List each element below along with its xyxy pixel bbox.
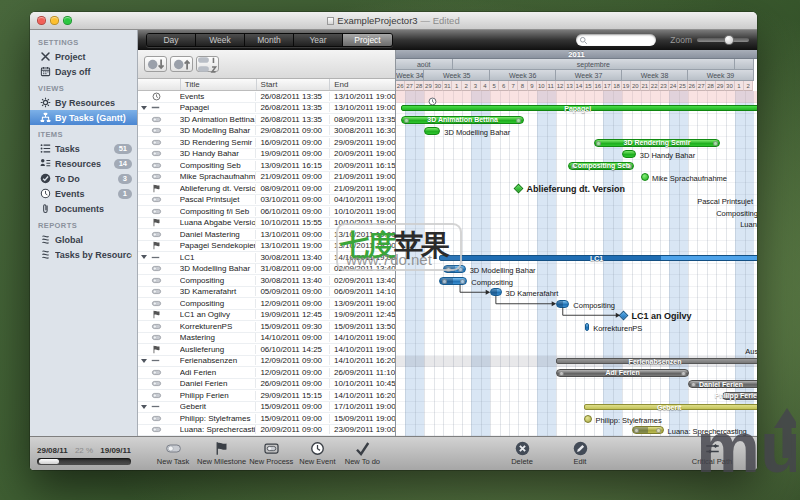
sidebar-item-by-resources[interactable]: By Resources xyxy=(30,95,137,110)
scale-tab-project[interactable]: Project xyxy=(343,34,392,46)
table-row-3d-modelling-bahar[interactable]: 3D Modelling Bahar29/08/2011 09:0030/08/… xyxy=(138,126,395,138)
task-start-cell: 29/09/2011 15:15 xyxy=(255,391,329,400)
sidebar-item-documents[interactable]: Documents xyxy=(30,201,137,216)
sort-descending-button[interactable] xyxy=(144,56,167,72)
table-row-geberit[interactable]: Geberit15/09/2011 09:0017/10/2011 19:00 xyxy=(138,402,395,414)
sidebar-item-project[interactable]: Project xyxy=(30,49,137,64)
new-milestone-button[interactable]: New Milestone xyxy=(197,441,246,466)
sidebar-item-global[interactable]: Global xyxy=(30,232,137,247)
table-row-adi-ferien[interactable]: Adi Ferien12/09/2011 09:0026/09/2011 11:… xyxy=(138,367,395,379)
gantt-day-cell: 1 xyxy=(452,81,461,91)
new-to-do-button[interactable]: New To do xyxy=(341,441,383,466)
row-icons xyxy=(138,414,180,423)
sidebar-item-events[interactable]: Events1 xyxy=(30,186,137,201)
table-row-compositing[interactable]: Compositing30/08/2011 13:4002/09/2011 13… xyxy=(138,275,395,287)
edit-button[interactable]: Edit xyxy=(559,441,601,466)
task-bar[interactable] xyxy=(424,127,440,135)
table-row-3d-handy-bahar[interactable]: 3D Handy Bahar19/09/2011 09:0020/09/2011… xyxy=(138,149,395,161)
bar-label: LC1 an Ogilvy xyxy=(632,311,692,321)
checkc-icon xyxy=(40,173,51,184)
table-row-philipp-styleframes[interactable]: Philipp: Styleframes15/09/2011 09:0015/0… xyxy=(138,413,395,425)
task-start-cell: 26/08/2011 13:35 xyxy=(255,115,329,124)
sidebar-item-to-do[interactable]: To Do3 xyxy=(30,171,137,186)
bar-end-knob xyxy=(442,279,447,284)
sidebar-item-tasks-by-resource[interactable]: Tasks by Resource xyxy=(30,247,137,262)
column-header-start[interactable]: Start xyxy=(256,79,330,90)
table-row-mike-sprachaufnahme[interactable]: Mike Sprachaufnahme21/09/2011 09:0021/09… xyxy=(138,172,395,184)
table-row-events[interactable]: Events26/08/2011 13:3513/10/2011 19:00 xyxy=(138,91,395,103)
search-input[interactable] xyxy=(590,36,650,45)
table-row-ablieferung-dt-version[interactable]: Ablieferung dt. Version08/09/2011 09:002… xyxy=(138,183,395,195)
column-header-end[interactable]: End xyxy=(329,79,395,90)
sidebar-item-tasks[interactable]: Tasks51 xyxy=(30,141,137,156)
timeline-scroll-slider[interactable] xyxy=(37,458,131,465)
table-row-ferienabsenzen[interactable]: Ferienabsenzen12/09/2011 09:0014/10/2011… xyxy=(138,356,395,368)
task-bar[interactable] xyxy=(439,277,467,285)
table-row-3d-rendering-semir[interactable]: 3D Rendering Semir16/09/2011 09:0029/09/… xyxy=(138,137,395,149)
task-bar[interactable] xyxy=(585,323,589,331)
disclosure-triangle[interactable] xyxy=(141,106,147,110)
task-start-cell: 30/08/2011 13:40 xyxy=(255,253,329,262)
task-dot[interactable] xyxy=(584,415,592,423)
gantt-day-cell: 26 xyxy=(396,81,405,91)
new-task-button[interactable]: New Task xyxy=(152,441,194,466)
delete-button[interactable]: Delete xyxy=(501,441,543,466)
task-end-cell: 13/10/2011 19:00 xyxy=(329,103,395,112)
new-event-button[interactable]: New Event xyxy=(296,441,338,466)
task-bar[interactable] xyxy=(490,288,501,296)
table-row-compositing-f-i-seb[interactable]: Compositing f/i Seb06/10/2011 09:0010/10… xyxy=(138,206,395,218)
gantt-day-cell: 19 xyxy=(622,81,631,91)
numbering-button[interactable] xyxy=(196,56,219,72)
disclosure-triangle[interactable] xyxy=(141,405,147,409)
task-end-cell: 06/09/2011 14:10 xyxy=(329,287,395,296)
table-row-mastering[interactable]: Mastering14/10/2011 09:0014/10/2011 19:0… xyxy=(138,333,395,345)
milestone-diamond[interactable] xyxy=(514,184,524,194)
sidebar-item-days-off[interactable]: Days off xyxy=(30,64,137,79)
table-row-lc1-an-ogilvy[interactable]: LC1 an Ogilvy19/09/2011 12:4519/09/2011 … xyxy=(138,310,395,322)
table-row-auslieferung[interactable]: Auslieferung06/10/2011 14:2514/10/2011 1… xyxy=(138,344,395,356)
table-row-luana-sprechercasting[interactable]: Luana: Sprechercasting20/09/2011 09:0023… xyxy=(138,425,395,437)
task-start-cell: 29/08/2011 09:00 xyxy=(255,126,329,135)
button-label: Delete xyxy=(511,457,533,466)
scale-tab-month[interactable]: Month xyxy=(245,34,294,46)
zoom-slider-thumb[interactable] xyxy=(724,35,734,45)
task-end-cell: 02/09/2011 13:40 xyxy=(329,276,395,285)
table-row-papagei[interactable]: Papagei26/08/2011 13:3513/10/2011 19:00 xyxy=(138,103,395,115)
milestone-diamond[interactable] xyxy=(619,310,629,320)
task-bar[interactable] xyxy=(632,426,664,434)
table-row-compositing[interactable]: Compositing12/09/2011 09:0013/09/2011 19… xyxy=(138,298,395,310)
bar-end-knob xyxy=(713,141,718,146)
task-title-cell: Papagei Sendekopien xyxy=(180,241,256,250)
task-bar[interactable] xyxy=(556,300,569,308)
report-icon xyxy=(40,249,51,260)
column-header-title[interactable]: Title xyxy=(180,79,256,90)
scale-tab-day[interactable]: Day xyxy=(147,34,196,46)
bar-label: Compositing Seb xyxy=(573,162,631,169)
task-start-cell: 21/09/2011 09:00 xyxy=(255,172,329,181)
table-row-3d-kamerafahrt[interactable]: 3D Kamerafahrt05/09/2011 09:0006/09/2011… xyxy=(138,287,395,299)
sidebar-item-resources[interactable]: Resources14 xyxy=(30,156,137,171)
gantt-week-header: Week 34Week 35Week 36Week 37Week 38Week … xyxy=(396,70,757,81)
sort-ascending-button[interactable] xyxy=(170,56,193,72)
disclosure-triangle[interactable] xyxy=(141,255,147,259)
task-bar[interactable] xyxy=(622,150,636,158)
disclosure-triangle[interactable] xyxy=(141,359,147,363)
task-dot[interactable] xyxy=(641,173,649,181)
table-row-pascal-printsujet[interactable]: Pascal Printsujet03/10/2011 09:0004/10/2… xyxy=(138,195,395,207)
table-row-compositing-seb[interactable]: Compositing Seb13/09/2011 16:1520/09/201… xyxy=(138,160,395,172)
search-field[interactable] xyxy=(576,34,656,46)
gantt-day-cell: 28 xyxy=(706,81,715,91)
table-row-korrekturenps[interactable]: KorrekturenPS15/09/2011 09:3015/09/2011 … xyxy=(138,321,395,333)
timeline-scroll-thumb[interactable] xyxy=(39,459,60,464)
table-row-3d-animation-bettina[interactable]: 3D Animation Bettina26/08/2011 13:3508/0… xyxy=(138,114,395,126)
table-row-daniel-ferien[interactable]: Daniel Ferien26/09/2011 09:0010/10/2011 … xyxy=(138,379,395,391)
gantt-row-compositing: Compositing xyxy=(396,298,757,310)
scale-tab-week[interactable]: Week xyxy=(196,34,245,46)
project-status-footer: 29/08/11 22 % 19/09/11 xyxy=(30,443,138,465)
sidebar-item-by-tasks-gantt[interactable]: By Tasks (Gantt) xyxy=(30,110,137,125)
sidebar-item-label: Project xyxy=(55,52,86,62)
new-process-button[interactable]: New Process xyxy=(249,441,293,466)
zoom-slider[interactable] xyxy=(697,38,749,42)
table-row-philipp-ferien[interactable]: Philipp Ferien29/09/2011 15:1514/10/2011… xyxy=(138,390,395,402)
scale-tab-year[interactable]: Year xyxy=(294,34,343,46)
